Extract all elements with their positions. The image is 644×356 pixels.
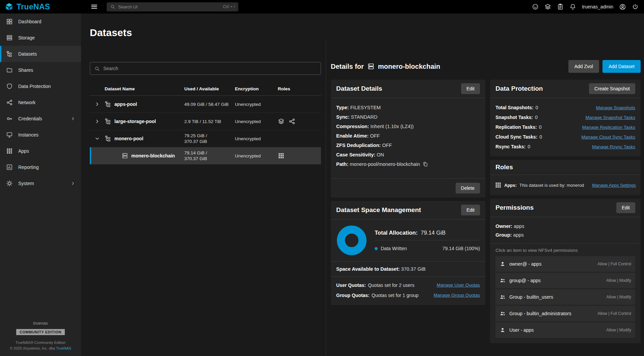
- details-title-prefix: Details for: [331, 63, 364, 70]
- dataset-details-card: Dataset Details Edit Type: FILESYSTEM Sy…: [331, 80, 485, 198]
- power-menu-icon[interactable]: [632, 3, 639, 10]
- storage-icon: [6, 34, 13, 41]
- expand-chevron-icon[interactable]: [90, 101, 105, 107]
- manage-snapshots-link[interactable]: Manage Snapshots: [596, 103, 635, 113]
- dataset-tree-icon: [105, 101, 111, 108]
- encryption-status: Unencrypted: [235, 153, 278, 158]
- perm-item-builtin-users[interactable]: Group - builtin_users Allow | Modify: [495, 289, 635, 305]
- add-dataset-button[interactable]: Add Dataset: [602, 60, 641, 73]
- manage-snapshot-tasks-link[interactable]: Manage Snapshot Tasks: [585, 113, 635, 122]
- details-dataset-name: monero-blockchain: [378, 63, 440, 70]
- dataset-tree-icon: [105, 118, 111, 125]
- running-jobs-icon[interactable]: [544, 3, 551, 10]
- sidebar-item-label: Data Protection: [18, 84, 51, 89]
- data-protection-card: Data Protection Create Snapshot Total Sn…: [490, 80, 641, 156]
- user-quotas-line: User Quotas: Quotas set for 2 users Mana…: [336, 280, 480, 290]
- dataset-row-monero-pool[interactable]: monero-pool 79.25 GiB /370.37 GiB Unencr…: [90, 130, 321, 147]
- used-available: 79.14 GiB /370.37 GiB: [184, 150, 235, 161]
- dataset-search[interactable]: [90, 62, 321, 75]
- dataset-name: large-storage-pool: [114, 119, 156, 124]
- sidebar-item-storage[interactable]: Storage: [0, 30, 81, 46]
- dataset-dns-icon: [367, 63, 375, 70]
- manage-apps-settings-link[interactable]: Manage Apps Settings: [592, 183, 636, 188]
- truenas-logo[interactable]: TrueNAS: [0, 2, 81, 11]
- used-available: 79.25 GiB /370.37 GiB: [184, 133, 235, 144]
- dataset-details-region: Details for monero-blockchain Add Zvol A…: [326, 40, 644, 356]
- field-type: Type: FILESYSTEM: [336, 103, 480, 112]
- sidebar-item-label: Datasets: [18, 51, 37, 57]
- dataset-search-input[interactable]: [103, 66, 317, 71]
- add-zvol-button[interactable]: Add Zvol: [568, 60, 599, 73]
- field-case-sensitivity: Case Sensitivity: ON: [336, 150, 480, 159]
- edit-space-button[interactable]: Edit: [461, 205, 480, 215]
- details-title: Details for monero-blockchain: [331, 63, 440, 70]
- collapse-chevron-icon[interactable]: [90, 136, 105, 142]
- sidebar-item-shares[interactable]: Shares: [0, 62, 81, 78]
- roles-cell: [278, 118, 321, 125]
- sidebar-item-dashboard[interactable]: Dashboard: [0, 13, 81, 30]
- dataset-row-monero-blockchain[interactable]: monero-blockchain 79.14 GiB /370.37 GiB …: [90, 147, 321, 165]
- dataset-row-apps-pool[interactable]: apps-pool 49.09 GiB / 58.47 GiB Unencryp…: [90, 96, 321, 113]
- sidebar-item-label: Shares: [18, 67, 33, 73]
- search-icon: [94, 66, 100, 71]
- manage-group-quotas-link[interactable]: Manage Group Quotas: [434, 290, 480, 300]
- sidebar-item-data-protection[interactable]: Data Protection: [0, 78, 81, 94]
- perm-item-builtin-administrators[interactable]: Group - builtin_administrators Allow | F…: [495, 306, 635, 321]
- edit-permissions-button[interactable]: Edit: [616, 202, 635, 213]
- copyright-line: © 2025 iXsystems, Inc. dba TrueNAS: [3, 346, 78, 351]
- field-zfs-deduplication: ZFS Deduplication: OFF: [336, 141, 480, 150]
- menu-toggle-icon[interactable]: [90, 3, 98, 10]
- topbar: TrueNAS Ctrl + / truenas_admin: [0, 0, 644, 13]
- sidebar-item-label: Apps: [18, 148, 29, 154]
- edit-dataset-details-button[interactable]: Edit: [461, 83, 480, 94]
- sidebar-item-label: Instances: [18, 132, 38, 138]
- sidebar-item-system[interactable]: System: [0, 175, 81, 191]
- sidebar-item-label: Reporting: [18, 165, 39, 170]
- sidebar-item-network[interactable]: Network: [0, 94, 81, 111]
- dashboard-icon: [6, 18, 13, 25]
- feedback-smiley-icon[interactable]: [532, 3, 539, 10]
- manage-user-quotas-link[interactable]: Manage User Quotas: [437, 280, 480, 290]
- perm-item-user-apps[interactable]: User - apps Allow | Modify: [495, 322, 635, 338]
- global-search[interactable]: Ctrl + /: [107, 2, 238, 11]
- alerts-bell-icon[interactable]: [569, 3, 576, 10]
- apps-grid-icon: [495, 182, 502, 188]
- truenas-logo-icon: [5, 2, 14, 11]
- manage-rsync-tasks-link[interactable]: Manage Rsync Tasks: [592, 142, 635, 152]
- manage-replication-tasks-link[interactable]: Manage Replication Tasks: [582, 122, 635, 132]
- col-used-available: Used / Available: [184, 86, 235, 91]
- encryption-status: Unencrypted: [235, 119, 278, 124]
- instances-monitor-icon: [6, 131, 13, 138]
- roles-cell: [278, 152, 321, 159]
- dataset-row-large-storage-pool[interactable]: large-storage-pool 2.9 TiB / 11.52 TiB U…: [90, 113, 321, 130]
- expand-chevron-icon[interactable]: [90, 118, 105, 124]
- share-role-icon: [289, 118, 295, 125]
- card-title: Permissions: [495, 204, 534, 211]
- edition-badge: COMMUNITY EDITION: [16, 329, 65, 335]
- encryption-status: Unencrypted: [235, 136, 278, 141]
- perm-item-owner[interactable]: owner@ - apps Allow | Full Control: [495, 256, 635, 272]
- delete-dataset-button[interactable]: Delete: [456, 183, 480, 194]
- sidebar-item-credentials[interactable]: Credentials: [0, 111, 81, 127]
- jobs-list-icon[interactable]: [557, 3, 564, 10]
- perm-item-group-at[interactable]: group@ - apps Allow | Modify: [495, 273, 635, 288]
- dataset-table-header: Dataset Name Used / Available Encryption…: [90, 82, 321, 96]
- sidebar-item-reporting[interactable]: Reporting: [0, 159, 81, 175]
- sidebar-item-apps[interactable]: Apps: [0, 143, 81, 159]
- copy-path-icon[interactable]: [423, 161, 428, 167]
- user-menu-icon[interactable]: [619, 3, 626, 10]
- sidebar-item-datasets[interactable]: Datasets: [0, 46, 81, 62]
- copyright-brand-link[interactable]: TrueNAS: [56, 346, 71, 350]
- person-icon: [500, 261, 506, 267]
- rsync-tasks-row: Rsync Tasks:0Manage Rsync Tasks: [495, 142, 635, 152]
- legend-dot: [375, 247, 378, 250]
- space-donut-chart: [336, 225, 367, 256]
- logo-text: TrueNAS: [17, 2, 50, 11]
- total-allocation: Total Allocation: 79.14 GiB: [375, 230, 480, 240]
- apps-role-line: Apps: This dataset is used by: monerod M…: [490, 175, 641, 195]
- manage-cloud-sync-tasks-link[interactable]: Manage Cloud Sync Tasks: [581, 132, 635, 142]
- global-search-input[interactable]: [118, 4, 220, 9]
- sidebar-item-instances[interactable]: Instances: [0, 127, 81, 143]
- used-available: 49.09 GiB / 58.47 GiB: [184, 101, 235, 107]
- create-snapshot-button[interactable]: Create Snapshot: [589, 83, 635, 94]
